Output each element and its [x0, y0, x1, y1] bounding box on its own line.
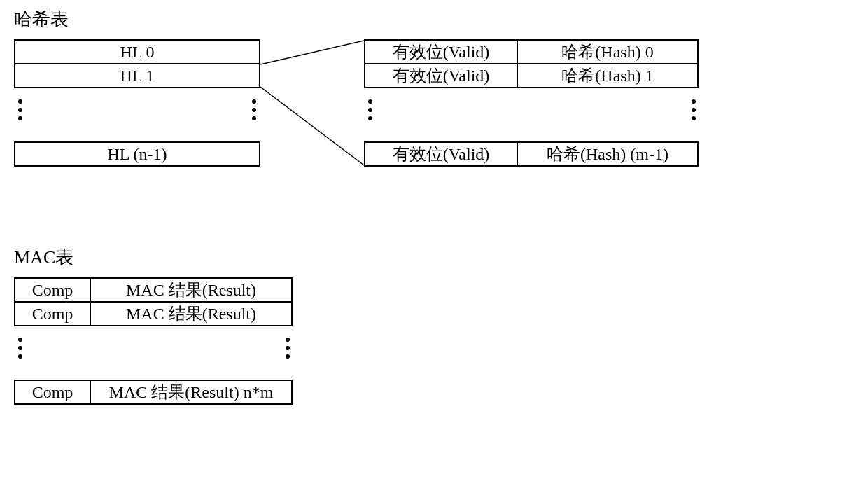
hash-table-vdots-right [252, 99, 256, 120]
detail-row-0: 有效位(Valid) 哈希(Hash) 0 [364, 39, 699, 64]
mac-result-0: MAC 结果(Result) [90, 277, 293, 303]
detail-row-last: 有效位(Valid) 哈希(Hash) (m-1) [364, 141, 699, 167]
svg-line-1 [260, 87, 364, 165]
mac-result-1: MAC 结果(Result) [90, 301, 293, 326]
svg-line-0 [260, 41, 364, 64]
mac-comp-0: Comp [14, 277, 91, 303]
mac-comp-1: Comp [14, 301, 91, 326]
mac-row-1: Comp MAC 结果(Result) [14, 301, 293, 326]
mac-table-title: MAC表 [14, 245, 74, 270]
hash-table-vdots-left [18, 99, 22, 120]
detail-valid-1: 有效位(Valid) [364, 63, 518, 88]
detail-hash-0: 哈希(Hash) 0 [517, 39, 699, 64]
hash-table-title: 哈希表 [14, 7, 69, 32]
mac-result-last: MAC 结果(Result) n*m [90, 380, 293, 405]
detail-valid-last: 有效位(Valid) [364, 141, 518, 167]
detail-row-1: 有效位(Valid) 哈希(Hash) 1 [364, 63, 699, 88]
detail-vdots-right [692, 99, 696, 120]
mac-vdots-left [18, 338, 22, 359]
mac-comp-last: Comp [14, 380, 91, 405]
mac-row-last: Comp MAC 结果(Result) n*m [14, 380, 293, 405]
hash-table-row-0: HL 0 [14, 39, 260, 64]
detail-vdots-left [368, 99, 372, 120]
detail-valid-0: 有效位(Valid) [364, 39, 518, 64]
mac-row-0: Comp MAC 结果(Result) [14, 277, 293, 303]
hash-table-row-last: HL (n-1) [14, 141, 260, 167]
diagram-container: 哈希表 HL 0 HL 1 HL (n-1) 有效位(Valid) 哈希(Has… [14, 7, 854, 490]
detail-hash-last: 哈希(Hash) (m-1) [517, 141, 699, 167]
hash-table-row-1: HL 1 [14, 63, 260, 88]
mac-vdots-right [286, 338, 290, 359]
detail-hash-1: 哈希(Hash) 1 [517, 63, 699, 88]
